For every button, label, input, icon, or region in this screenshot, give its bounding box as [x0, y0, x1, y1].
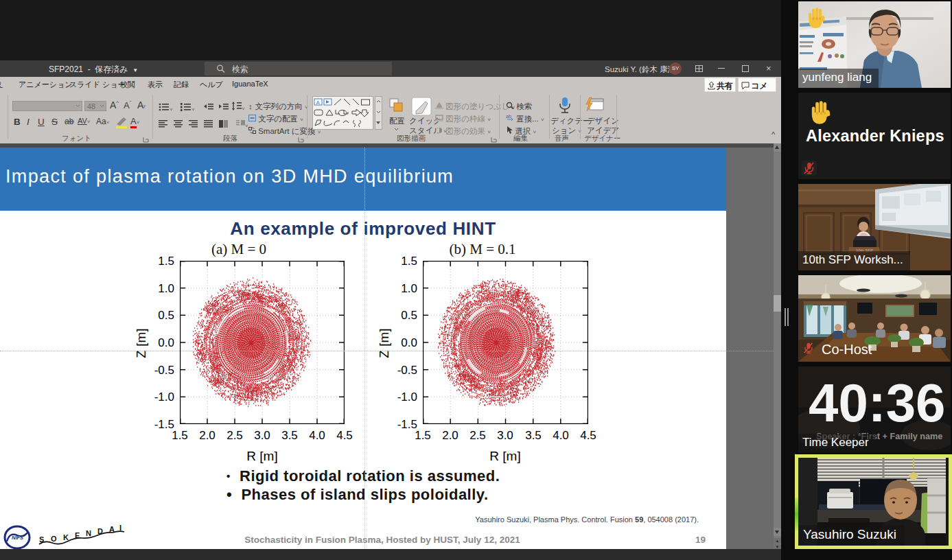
svg-text:A: A — [316, 100, 321, 106]
svg-text:O: O — [51, 535, 57, 543]
svg-text:N: N — [86, 529, 91, 537]
svg-text:S: S — [39, 535, 44, 544]
svg-text:I: I — [119, 524, 121, 532]
svg-text:D: D — [97, 527, 103, 535]
svg-text:K: K — [63, 533, 69, 541]
svg-text:ab: ab — [506, 114, 511, 119]
svg-text:NIFS: NIFS — [12, 535, 23, 541]
svg-text:E: E — [75, 531, 80, 539]
svg-text:A: A — [109, 525, 115, 533]
